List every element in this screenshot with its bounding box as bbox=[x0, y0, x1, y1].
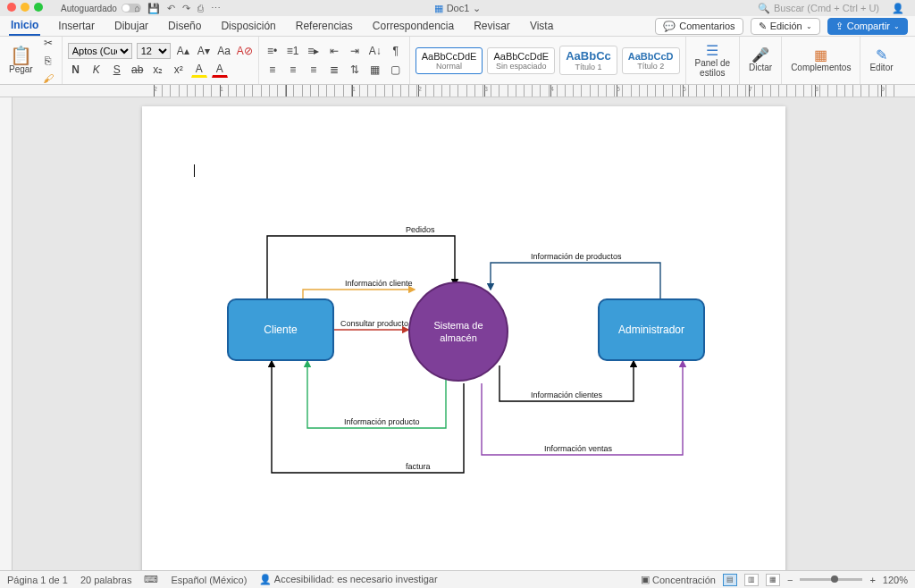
font-size-select[interactable]: 12 bbox=[137, 43, 171, 59]
tab-correspondencia[interactable]: Correspondencia bbox=[371, 17, 456, 35]
multilevel-icon[interactable]: ≡▸ bbox=[306, 43, 322, 59]
document-title[interactable]: ▦ Doc1 ⌄ bbox=[434, 3, 482, 14]
status-language[interactable]: Español (México) bbox=[171, 575, 247, 585]
minimize-icon[interactable] bbox=[21, 3, 29, 12]
align-right-icon[interactable]: ≡ bbox=[306, 62, 322, 78]
numbering-icon[interactable]: ≡1 bbox=[285, 43, 301, 59]
tab-dibujar[interactable]: Dibujar bbox=[113, 17, 150, 35]
document-page[interactable]: Cliente Sistema de almacén Administrador… bbox=[142, 106, 785, 570]
vertical-ruler[interactable] bbox=[0, 97, 13, 570]
horizontal-ruler[interactable]: 21123456789101112131415161718 bbox=[0, 85, 915, 97]
justify-icon[interactable]: ≣ bbox=[326, 62, 342, 78]
copy-icon[interactable]: ⎘ bbox=[40, 53, 56, 69]
pencil-icon: ✎ bbox=[759, 21, 767, 32]
status-page[interactable]: Página 1 de 1 bbox=[7, 575, 68, 585]
clear-format-icon[interactable]: A⊘ bbox=[237, 43, 253, 59]
print-icon[interactable]: ⎙ bbox=[197, 3, 204, 14]
line-spacing-icon[interactable]: ⇅ bbox=[347, 62, 363, 78]
paste-button[interactable]: 📋 Pegar bbox=[5, 35, 37, 87]
outdent-icon[interactable]: ⇤ bbox=[326, 43, 342, 59]
user-icon[interactable]: 👤 bbox=[892, 3, 904, 14]
tab-inicio[interactable]: Inicio bbox=[9, 16, 40, 36]
print-layout-view[interactable]: ▤ bbox=[723, 574, 737, 586]
zoom-out-button[interactable]: − bbox=[787, 575, 793, 585]
flow-label-info-clientes: Información clientes bbox=[531, 391, 602, 399]
editor-button[interactable]: ✎ Editor bbox=[866, 46, 896, 74]
paragraph-group: ≡• ≡1 ≡▸ ⇤ ⇥ A↓ ¶ ≡ ≡ ≡ ≣ ⇅ ▦ ▢ bbox=[259, 37, 410, 84]
autosave-toggle[interactable]: Autoguardado bbox=[61, 4, 141, 13]
document-workspace[interactable]: Cliente Sistema de almacén Administrador… bbox=[13, 97, 915, 570]
font-color-button[interactable]: A bbox=[212, 62, 228, 78]
styles-pane-button[interactable]: ☰ Panel de estilos bbox=[692, 42, 734, 80]
dictate-button[interactable]: 🎤 Dictar bbox=[745, 46, 776, 74]
show-marks-icon[interactable]: ¶ bbox=[388, 43, 404, 59]
window-controls[interactable] bbox=[7, 3, 43, 12]
align-center-icon[interactable]: ≡ bbox=[285, 62, 301, 78]
search-field[interactable]: 🔍 Buscar (Cmd + Ctrl + U) 👤 bbox=[758, 3, 904, 14]
highlight-button[interactable]: A bbox=[191, 62, 207, 78]
style-no-spacing[interactable]: AaBbCcDdESin espaciado bbox=[487, 47, 555, 74]
align-left-icon[interactable]: ≡ bbox=[264, 62, 281, 78]
tab-vista[interactable]: Vista bbox=[528, 17, 555, 35]
flow-label-info-producto: Información producto bbox=[344, 417, 420, 426]
chevron-down-icon[interactable]: ⌄ bbox=[473, 3, 481, 14]
tab-diseno[interactable]: Diseño bbox=[166, 17, 203, 35]
doc-icon: ▦ bbox=[434, 3, 443, 14]
flow-label-factura: factura bbox=[406, 462, 431, 471]
zoom-value[interactable]: 120% bbox=[883, 575, 908, 585]
more-icon[interactable]: ⋯ bbox=[211, 3, 221, 14]
tab-insertar[interactable]: Insertar bbox=[56, 17, 97, 35]
status-accessibility[interactable]: 👤 Accesibilidad: es necesario investigar bbox=[259, 574, 437, 585]
redo-icon[interactable]: ↷ bbox=[182, 3, 190, 14]
format-painter-icon[interactable]: 🖌 bbox=[40, 71, 56, 87]
shading-icon[interactable]: ▦ bbox=[367, 62, 383, 78]
entity-administrador[interactable]: Administrador bbox=[598, 298, 705, 361]
entity-cliente[interactable]: Cliente bbox=[227, 298, 334, 361]
outline-view[interactable]: ▦ bbox=[766, 574, 780, 586]
search-icon: 🔍 bbox=[758, 3, 770, 14]
styles-group: AaBbCcDdENormal AaBbCcDdESin espaciado A… bbox=[410, 37, 686, 84]
zoom-slider[interactable] bbox=[800, 578, 862, 581]
grow-font-icon[interactable]: A▴ bbox=[175, 43, 191, 59]
italic-button[interactable]: K bbox=[88, 62, 105, 78]
tab-disposicion[interactable]: Disposición bbox=[219, 17, 277, 35]
status-dict-icon[interactable]: ⌨ bbox=[144, 574, 158, 585]
tab-revisar[interactable]: Revisar bbox=[472, 17, 512, 35]
focus-mode-button[interactable]: ▣Concentración bbox=[641, 574, 716, 585]
bullets-icon[interactable]: ≡• bbox=[264, 43, 281, 59]
change-case-icon[interactable]: Aa bbox=[216, 43, 232, 59]
sort-icon[interactable]: A↓ bbox=[367, 43, 383, 59]
maximize-icon[interactable] bbox=[34, 3, 43, 12]
bold-button[interactable]: N bbox=[68, 62, 84, 78]
context-diagram: Cliente Sistema de almacén Administrador… bbox=[187, 223, 741, 500]
style-heading1[interactable]: AaBbCcTítulo 1 bbox=[559, 46, 617, 75]
shrink-font-icon[interactable]: A▾ bbox=[196, 43, 212, 59]
zoom-in-button[interactable]: + bbox=[869, 575, 875, 585]
title-bar: Autoguardado ⌂ 💾 ↶ ↷ ⎙ ⋯ ▦ Doc1 ⌄ 🔍 Busc… bbox=[0, 0, 915, 16]
font-family-select[interactable]: Aptos (Cue… bbox=[68, 43, 132, 59]
home-icon[interactable]: ⌂ bbox=[134, 3, 140, 14]
share-button[interactable]: ⇪Compartir⌄ bbox=[827, 18, 908, 35]
superscript-button[interactable]: x² bbox=[171, 62, 187, 78]
undo-icon[interactable]: ↶ bbox=[167, 3, 175, 14]
strike-button[interactable]: ab bbox=[130, 62, 146, 78]
editing-button[interactable]: ✎Edición⌄ bbox=[751, 18, 820, 35]
borders-icon[interactable]: ▢ bbox=[388, 62, 404, 78]
process-sistema-almacen[interactable]: Sistema de almacén bbox=[408, 281, 508, 382]
tab-referencias[interactable]: Referencias bbox=[294, 17, 355, 35]
status-words[interactable]: 20 palabras bbox=[80, 575, 132, 585]
indent-icon[interactable]: ⇥ bbox=[347, 43, 363, 59]
share-icon: ⇪ bbox=[835, 21, 844, 32]
addins-button[interactable]: ▦ Complementos bbox=[787, 46, 854, 74]
style-normal[interactable]: AaBbCcDdENormal bbox=[416, 47, 483, 74]
subscript-button[interactable]: x₂ bbox=[150, 62, 166, 78]
save-icon[interactable]: 💾 bbox=[147, 3, 160, 14]
underline-button[interactable]: S bbox=[109, 62, 125, 78]
comments-button[interactable]: 💬Comentarios bbox=[655, 18, 743, 35]
close-icon[interactable] bbox=[7, 3, 16, 12]
cut-icon[interactable]: ✂ bbox=[40, 35, 56, 51]
web-layout-view[interactable]: ▥ bbox=[744, 574, 759, 586]
focus-icon: ▣ bbox=[641, 574, 650, 585]
style-heading2[interactable]: AaBbCcDTítulo 2 bbox=[622, 47, 680, 74]
flow-label-pedidos: Pedidos bbox=[406, 225, 435, 234]
